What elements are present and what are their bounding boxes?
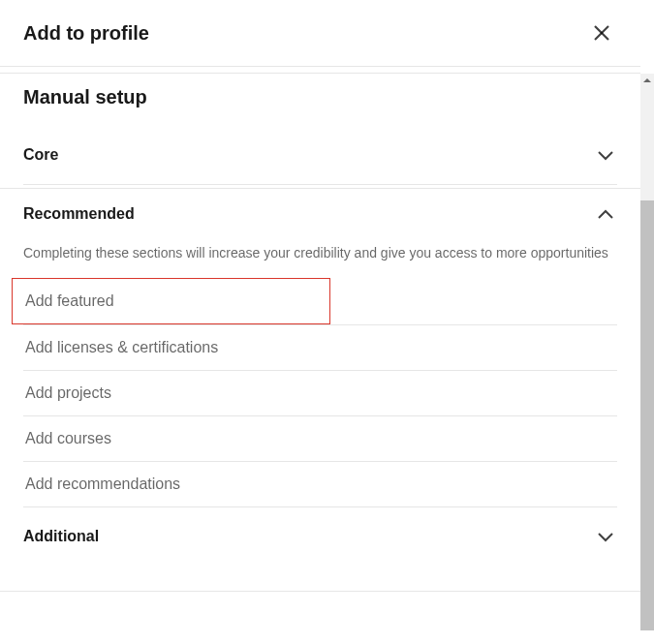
close-button[interactable] (586, 17, 617, 48)
section-core-title: Core (23, 146, 58, 164)
section-core-header[interactable]: Core (23, 126, 617, 184)
chevron-up-icon (594, 202, 617, 226)
scrollbar-arrow-up-icon[interactable] (640, 74, 654, 87)
section-additional: Additional (23, 506, 617, 566)
item-add-projects[interactable]: Add projects (23, 370, 617, 415)
item-add-featured[interactable]: Add featured (12, 278, 330, 324)
add-to-profile-modal: Add to profile Manual setup Core Recomme… (0, 0, 640, 644)
section-additional-header[interactable]: Additional (23, 507, 617, 566)
modal-title: Add to profile (23, 22, 149, 45)
scrollbar-thumb[interactable] (640, 200, 654, 630)
item-add-licenses[interactable]: Add licenses & certifications (23, 324, 617, 370)
section-additional-title: Additional (23, 528, 99, 545)
modal-header: Add to profile (0, 0, 640, 67)
close-icon (590, 21, 613, 45)
item-add-recommendations[interactable]: Add recommendations (23, 461, 617, 506)
body-title: Manual setup (23, 67, 617, 126)
item-add-courses[interactable]: Add courses (23, 415, 617, 461)
section-core: Core (23, 126, 617, 184)
recommended-items-list: Add featured Add licenses & certificatio… (23, 278, 617, 506)
section-recommended: Recommended Completing these sections wi… (23, 184, 617, 506)
section-recommended-title: Recommended (23, 205, 135, 223)
section-recommended-description: Completing these sections will increase … (23, 243, 617, 279)
modal-body: Manual setup Core Recommended Completing… (0, 67, 640, 566)
chevron-down-icon (594, 525, 617, 548)
section-recommended-header[interactable]: Recommended (23, 185, 617, 243)
chevron-down-icon (594, 143, 617, 167)
